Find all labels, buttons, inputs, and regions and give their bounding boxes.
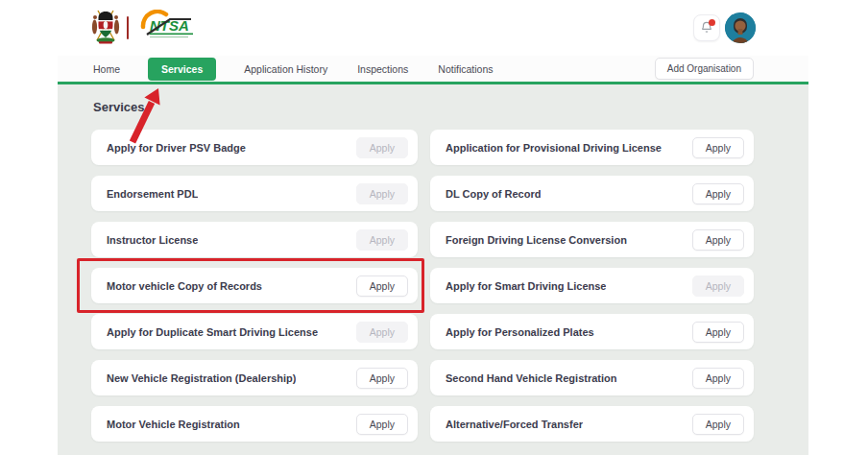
service-card-wrap: Motor vehicle Copy of Records Apply <box>91 268 418 303</box>
apply-button[interactable]: Apply <box>356 368 408 389</box>
service-card: Apply for Duplicate Smart Driving Licens… <box>91 314 418 349</box>
apply-button[interactable]: Apply <box>692 229 744 251</box>
service-card: Alternative/Forced Transfer Apply <box>430 406 754 442</box>
apply-button[interactable]: Apply <box>692 322 744 343</box>
service-card-label: Alternative/Forced Transfer <box>446 419 583 430</box>
service-card: Foreign Driving License Conversion Apply <box>430 222 754 257</box>
service-card-label: Motor Vehicle Registration <box>107 419 240 430</box>
tab-inspections[interactable]: Inspections <box>355 59 410 80</box>
service-card-wrap: Apply for Driver PSV Badge Apply <box>91 130 418 165</box>
app-header: NTSA <box>58 0 808 56</box>
apply-button[interactable]: Apply <box>692 368 744 389</box>
apply-button: Apply <box>356 229 408 251</box>
service-card-wrap: Second Hand Vehicle Registration Apply <box>430 360 754 395</box>
apply-button: Apply <box>356 322 408 343</box>
service-card: New Vehicle Registration (Dealership) Ap… <box>91 360 418 395</box>
service-card-wrap: Apply for Duplicate Smart Driving Licens… <box>91 314 418 349</box>
brand: NTSA <box>91 8 199 48</box>
service-card-label: DL Copy of Record <box>446 188 541 200</box>
service-card-wrap: Instructor License Apply <box>91 222 418 257</box>
services-grid: Apply for Driver PSV Badge Apply Endorse… <box>91 130 754 442</box>
service-card-label: Apply for Personalized Plates <box>446 326 594 338</box>
apply-button: Apply <box>356 137 408 158</box>
service-card: Motor Vehicle Registration Apply <box>91 406 418 442</box>
apply-button[interactable]: Apply <box>692 137 744 158</box>
service-card: Apply for Personalized Plates Apply <box>430 314 754 349</box>
service-card-label: Apply for Driver PSV Badge <box>107 142 246 154</box>
service-card-wrap: Apply for Smart Driving License Apply <box>430 268 754 303</box>
service-card-label: Foreign Driving License Conversion <box>446 234 627 246</box>
service-card: Second Hand Vehicle Registration Apply <box>430 360 754 395</box>
apply-button[interactable]: Apply <box>692 414 744 435</box>
service-card-wrap: DL Copy of Record Apply <box>430 176 754 211</box>
tab-application-history[interactable]: Application History <box>242 59 329 80</box>
service-card-wrap: Motor Vehicle Registration Apply <box>91 406 418 442</box>
service-card: Motor vehicle Copy of Records Apply <box>91 268 418 303</box>
page: NTSA <box>0 0 868 455</box>
service-card-label: Endorsement PDL <box>107 188 198 200</box>
service-card-wrap: Foreign Driving License Conversion Apply <box>430 222 754 257</box>
service-card: Instructor License Apply <box>91 222 418 257</box>
service-card: Apply for Driver PSV Badge Apply <box>91 130 418 165</box>
user-avatar[interactable] <box>725 12 756 43</box>
service-card-label: New Vehicle Registration (Dealership) <box>107 372 296 384</box>
content-shell: NTSA <box>58 0 808 455</box>
service-card-label: Application for Provisional Driving Lice… <box>446 142 662 154</box>
service-card-wrap: Alternative/Forced Transfer Apply <box>430 406 754 442</box>
notification-dot <box>709 19 715 26</box>
ntsa-logo: NTSA <box>135 10 199 46</box>
header-right <box>693 12 756 43</box>
apply-button[interactable]: Apply <box>692 183 744 204</box>
service-card-wrap: Apply for Personalized Plates Apply <box>430 314 754 349</box>
service-card-label: Apply for Smart Driving License <box>446 280 606 292</box>
service-card-wrap: Application for Provisional Driving Lice… <box>430 130 754 165</box>
service-card-wrap: Endorsement PDL Apply <box>91 176 418 211</box>
notifications-bell-button[interactable] <box>693 14 720 41</box>
tab-services[interactable]: Services <box>148 58 216 81</box>
nav-bar: Home Services Application History Inspec… <box>58 56 808 84</box>
service-card: Apply for Smart Driving License Apply <box>430 268 754 303</box>
page-title: Services <box>93 100 754 114</box>
kenya-coat-of-arms-logo <box>91 8 120 48</box>
services-column-left: Apply for Driver PSV Badge Apply Endorse… <box>91 130 418 442</box>
service-card-label: Instructor License <box>107 234 198 246</box>
service-card-label: Motor vehicle Copy of Records <box>107 280 262 292</box>
tab-home[interactable]: Home <box>91 59 122 80</box>
service-card: Endorsement PDL Apply <box>91 176 418 211</box>
services-column-right: Application for Provisional Driving Lice… <box>430 130 754 442</box>
apply-button: Apply <box>356 183 408 204</box>
apply-button[interactable]: Apply <box>356 414 408 435</box>
brand-divider <box>127 16 129 39</box>
service-card-wrap: New Vehicle Registration (Dealership) Ap… <box>91 360 418 395</box>
service-card-label: Apply for Duplicate Smart Driving Licens… <box>107 326 318 338</box>
service-card-label: Second Hand Vehicle Registration <box>446 372 617 384</box>
add-organisation-button[interactable]: Add Organisation <box>655 58 754 80</box>
apply-button[interactable]: Apply <box>356 275 408 297</box>
main-content: Services Apply for Driver PSV Badge Appl… <box>58 84 808 455</box>
nav-tabs: Home Services Application History Inspec… <box>91 58 495 81</box>
service-card: DL Copy of Record Apply <box>430 176 754 211</box>
apply-button: Apply <box>692 275 744 297</box>
tab-notifications[interactable]: Notifications <box>436 59 494 80</box>
service-card: Application for Provisional Driving Lice… <box>430 130 754 165</box>
